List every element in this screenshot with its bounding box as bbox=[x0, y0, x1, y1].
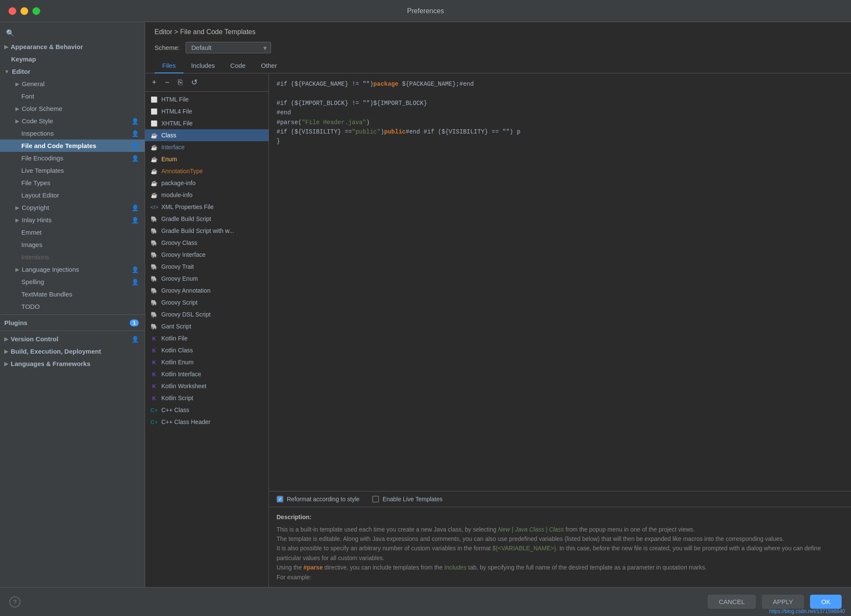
list-item-groovy-trait[interactable]: 🐘 Groovy Trait bbox=[145, 261, 268, 273]
help-button[interactable]: ? bbox=[9, 596, 20, 607]
list-item-groovy-interface[interactable]: 🐘 Groovy Interface bbox=[145, 249, 268, 261]
scheme-select[interactable]: Default bbox=[186, 42, 271, 53]
sidebar-item-emmet[interactable]: Emmet bbox=[0, 226, 145, 238]
bottom-left: ? bbox=[9, 596, 20, 607]
reformat-checkbox-group[interactable]: ✓ Reformat according to style bbox=[277, 496, 359, 503]
java-icon: ☕ bbox=[150, 156, 158, 163]
add-button[interactable]: + bbox=[150, 77, 158, 88]
list-item-groovy-dsl[interactable]: 🐘 Groovy DSL Script bbox=[145, 308, 268, 320]
description-panel: Description: This is a built-in template… bbox=[269, 507, 851, 587]
sidebar-item-keymap[interactable]: Keymap bbox=[0, 53, 145, 65]
sidebar-item-language-injections[interactable]: ▶ Language Injections 👤 bbox=[0, 263, 145, 276]
list-item-html-file[interactable]: ⬜ HTML File bbox=[145, 93, 268, 105]
file-list-toolbar: + − ⎘ ↺ bbox=[145, 73, 268, 92]
window-title: Preferences bbox=[407, 7, 444, 15]
code-line-6: } bbox=[277, 137, 843, 146]
sidebar-item-editor[interactable]: ▼ Editor bbox=[0, 65, 145, 78]
groovy-icon: 🐘 bbox=[150, 299, 158, 306]
sidebar-item-build-execution[interactable]: ▶ Build, Execution, Deployment bbox=[0, 345, 145, 357]
tabs-bar: Files Includes Code Other bbox=[145, 58, 851, 73]
kotlin-icon: K bbox=[150, 395, 158, 401]
sidebar-item-inspections[interactable]: Inspections 👤 bbox=[0, 127, 145, 139]
list-item-cpp-class[interactable]: C+ C++ Class bbox=[145, 404, 268, 416]
sidebar-item-file-code-templates[interactable]: File and Code Templates 👤 bbox=[0, 139, 145, 152]
sidebar-item-file-encodings[interactable]: File Encodings 👤 bbox=[0, 152, 145, 164]
tab-code[interactable]: Code bbox=[223, 58, 254, 73]
cancel-button[interactable]: CANCEL bbox=[708, 595, 756, 609]
maximize-button[interactable] bbox=[32, 7, 40, 15]
sidebar-item-spelling[interactable]: Spelling 👤 bbox=[0, 276, 145, 288]
divider bbox=[0, 314, 145, 315]
list-item-gradle-build[interactable]: 🐘 Gradle Build Script bbox=[145, 213, 268, 225]
list-item-groovy-annotation[interactable]: 🐘 Groovy Annotation bbox=[145, 285, 268, 296]
sidebar-item-file-types[interactable]: File Types bbox=[0, 177, 145, 189]
list-item-html4-file[interactable]: ⬜ HTML4 File bbox=[145, 105, 268, 117]
options-row: ✓ Reformat according to style Enable Liv… bbox=[269, 491, 851, 507]
remove-button[interactable]: − bbox=[163, 77, 172, 88]
sidebar-item-live-templates[interactable]: Live Templates bbox=[0, 164, 145, 177]
list-item-kotlin-script[interactable]: K Kotlin Script bbox=[145, 392, 268, 404]
list-item-interface[interactable]: ☕ Interface bbox=[145, 141, 268, 153]
sidebar-item-copyright[interactable]: ▶ Copyright 👤 bbox=[0, 201, 145, 214]
live-templates-checkbox-group[interactable]: Enable Live Templates bbox=[372, 496, 443, 503]
kotlin-icon: K bbox=[150, 347, 158, 354]
list-item-annotation-type[interactable]: ☕ AnnotationType bbox=[145, 165, 268, 177]
groovy-icon: 🐘 bbox=[150, 288, 158, 294]
java-icon: ☕ bbox=[150, 180, 158, 186]
chevron-right-icon: ▶ bbox=[15, 267, 19, 273]
list-item-kotlin-class[interactable]: K Kotlin Class bbox=[145, 344, 268, 356]
bottom-bar: ? CANCEL APPLY OK bbox=[0, 587, 851, 616]
list-item-xml-properties[interactable]: </> XML Properties File bbox=[145, 201, 268, 213]
list-item-enum[interactable]: ☕ Enum bbox=[145, 153, 268, 165]
url-bar: https://blog.csdn.net/1371598840 bbox=[764, 607, 851, 616]
list-item-kotlin-worksheet[interactable]: K Kotlin Worksheet bbox=[145, 380, 268, 392]
list-item-kotlin-enum[interactable]: K Kotlin Enum bbox=[145, 356, 268, 368]
sidebar-item-textmate-bundles[interactable]: TextMate Bundles bbox=[0, 288, 145, 300]
list-item-groovy-enum[interactable]: 🐘 Groovy Enum bbox=[145, 273, 268, 285]
copy-button[interactable]: ⎘ bbox=[176, 77, 184, 88]
tab-other[interactable]: Other bbox=[253, 58, 285, 73]
chevron-right-icon: ▶ bbox=[4, 336, 8, 342]
code-editor[interactable]: #if (${PACKAGE_NAME} != "")package ${PAC… bbox=[269, 73, 851, 491]
live-templates-checkbox[interactable] bbox=[372, 496, 379, 503]
reformat-checkbox[interactable]: ✓ bbox=[277, 496, 283, 503]
groovy-icon: 🐘 bbox=[150, 323, 158, 330]
chevron-right-icon: ▶ bbox=[4, 361, 8, 367]
list-item-kotlin-file[interactable]: K Kotlin File bbox=[145, 332, 268, 344]
sidebar-item-appearance-behavior[interactable]: ▶ Appearance & Behavior bbox=[0, 41, 145, 53]
code-line-blank bbox=[277, 89, 843, 98]
sidebar-item-font[interactable]: Font bbox=[0, 90, 145, 102]
person-icon: 👤 bbox=[131, 130, 139, 137]
list-item-gradle-build-w[interactable]: 🐘 Gradle Build Script with w... bbox=[145, 225, 268, 237]
annotation-icon: ☕ bbox=[150, 168, 158, 174]
sidebar-item-plugins[interactable]: Plugins 1 bbox=[0, 317, 145, 329]
sidebar-item-languages-frameworks[interactable]: ▶ Languages & Frameworks bbox=[0, 357, 145, 370]
person-icon: 👤 bbox=[131, 204, 139, 211]
sidebar-search: 🔍 bbox=[0, 26, 145, 41]
list-item-groovy-class[interactable]: 🐘 Groovy Class bbox=[145, 237, 268, 249]
sidebar-item-version-control[interactable]: ▶ Version Control 👤 bbox=[0, 333, 145, 345]
close-button[interactable] bbox=[9, 7, 16, 15]
sidebar-item-todo[interactable]: TODO bbox=[0, 300, 145, 313]
list-item-class[interactable]: ☕ Class bbox=[145, 129, 268, 141]
reset-button[interactable]: ↺ bbox=[189, 77, 199, 88]
list-item-gant-script[interactable]: 🐘 Gant Script bbox=[145, 320, 268, 332]
sidebar-item-code-style[interactable]: ▶ Code Style 👤 bbox=[0, 115, 145, 127]
list-item-module-info[interactable]: ☕ module-info bbox=[145, 189, 268, 201]
sidebar-item-intentions[interactable]: Intentions bbox=[0, 251, 145, 263]
editor-panel: #if (${PACKAGE_NAME} != "")package ${PAC… bbox=[269, 73, 851, 587]
sidebar-item-color-scheme[interactable]: ▶ Color Scheme bbox=[0, 102, 145, 115]
list-item-kotlin-interface[interactable]: K Kotlin Interface bbox=[145, 368, 268, 380]
tab-files[interactable]: Files bbox=[154, 58, 184, 73]
sidebar-item-general[interactable]: ▶ General bbox=[0, 78, 145, 90]
live-templates-label: Enable Live Templates bbox=[382, 496, 443, 503]
list-item-groovy-script[interactable]: 🐘 Groovy Script bbox=[145, 296, 268, 308]
list-item-package-info[interactable]: ☕ package-info bbox=[145, 177, 268, 189]
list-item-cpp-header[interactable]: C+ C++ Class Header bbox=[145, 416, 268, 428]
list-item-xhtml-file[interactable]: ⬜ XHTML File bbox=[145, 117, 268, 129]
sidebar-item-layout-editor[interactable]: Layout Editor bbox=[0, 189, 145, 201]
minimize-button[interactable] bbox=[20, 7, 28, 15]
tab-includes[interactable]: Includes bbox=[184, 58, 223, 73]
sidebar-item-images[interactable]: Images bbox=[0, 238, 145, 251]
sidebar-item-inlay-hints[interactable]: ▶ Inlay Hints 👤 bbox=[0, 214, 145, 226]
